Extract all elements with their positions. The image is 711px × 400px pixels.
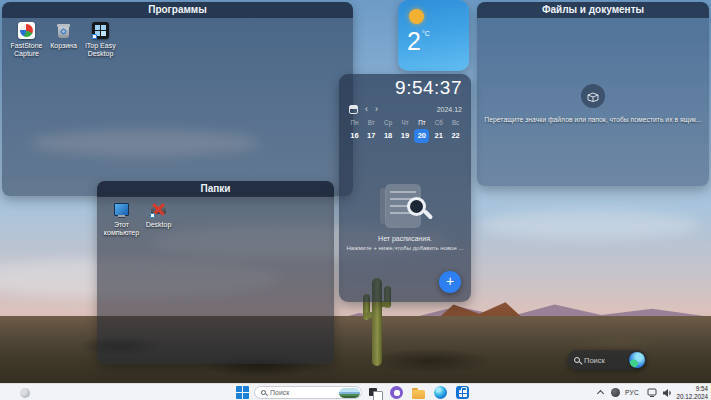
- clock-calendar-widget: 9:54:37 ‹ › 2024.12 Пн Вт Ср Чт Пт Сб Вс…: [339, 74, 471, 302]
- calendar-day-names: Пн Вт Ср Чт Пт Сб Вс: [346, 119, 464, 126]
- fence-folders-title[interactable]: Папки: [97, 181, 334, 197]
- day-name: Пн: [346, 119, 363, 126]
- calendar-date[interactable]: 17: [364, 129, 379, 143]
- fence-programs-title[interactable]: Программы: [2, 2, 353, 18]
- itop-easy-desktop-icon: [92, 22, 109, 39]
- taskbar-search-placeholder: Поиск: [270, 389, 289, 396]
- desktop-icon-desktop-broken[interactable]: Desktop: [140, 201, 177, 237]
- day-name: Вс: [447, 119, 464, 126]
- weather-widget[interactable]: 2°C: [398, 0, 469, 71]
- no-schedule-title: Нет расписания.: [339, 235, 471, 242]
- task-view-button[interactable]: [368, 386, 381, 399]
- calendar-prev-button[interactable]: ‹: [365, 105, 368, 114]
- desktop-icon-faststone-capture[interactable]: FastStone Capture: [8, 22, 45, 58]
- fence-files-documents: Файлы и документы Перетащите значки файл…: [477, 2, 709, 186]
- no-schedule-hint: Нажмите + ниже,чтобы добавить новое ...: [341, 245, 469, 251]
- day-name: Вт: [363, 119, 380, 126]
- desktop: Программы FastStone Capture Корзина iTop…: [0, 0, 711, 400]
- icon-label: Корзина: [45, 42, 82, 50]
- calendar-date[interactable]: 22: [448, 129, 463, 143]
- search-icon: [574, 357, 580, 363]
- fence-folders: Папки Этот компьютер Desktop: [97, 181, 334, 364]
- shortcut-badge-icon: [92, 34, 97, 39]
- temperature-value: 2: [407, 27, 421, 55]
- tray-app-icon[interactable]: [611, 388, 620, 397]
- drop-hint-text: Перетащите значки файлов или папок, чтоб…: [477, 116, 709, 123]
- calendar-date[interactable]: 19: [397, 129, 412, 143]
- desktop-icon-this-pc[interactable]: Этот компьютер: [103, 201, 140, 237]
- recycle-bin-icon: [55, 22, 72, 39]
- start-button[interactable]: [236, 386, 249, 399]
- calendar-date-selected[interactable]: 20: [414, 129, 429, 143]
- broken-shortcut-icon: [150, 201, 167, 218]
- digital-clock: 9:54:37: [395, 77, 462, 99]
- temperature: 2°C: [407, 27, 430, 56]
- faststone-capture-icon: [18, 22, 35, 39]
- tray-chevron-up-icon[interactable]: [597, 390, 604, 397]
- add-schedule-button[interactable]: +: [439, 271, 461, 293]
- search-icon: [261, 390, 266, 395]
- fence-files-title[interactable]: Файлы и документы: [477, 2, 709, 18]
- open-package-icon: [587, 91, 599, 102]
- day-name-today: Пт: [413, 119, 430, 126]
- computer-monitor-icon: [113, 201, 130, 218]
- chat-app-button[interactable]: [390, 386, 403, 399]
- microsoft-store-button[interactable]: [456, 386, 469, 399]
- icon-label: Этот компьютер: [103, 221, 140, 237]
- file-explorer-button[interactable]: [412, 386, 425, 399]
- calendar-date[interactable]: 21: [431, 129, 446, 143]
- day-name: Ср: [380, 119, 397, 126]
- tray-time: 9:54: [676, 385, 708, 393]
- edge-browser-button[interactable]: [434, 386, 447, 399]
- search-placeholder: Поиск: [584, 356, 605, 365]
- calendar-next-button[interactable]: ›: [375, 105, 378, 114]
- icon-label: Desktop: [140, 221, 177, 229]
- calendar-date[interactable]: 16: [347, 129, 362, 143]
- taskbar-corner-icon[interactable]: [20, 388, 30, 398]
- cloud: [480, 210, 700, 240]
- shortcut-badge-icon: [150, 213, 155, 218]
- desktop-search-widget[interactable]: Поиск: [567, 350, 647, 370]
- day-name: Чт: [397, 119, 414, 126]
- calendar-dates: 16 17 18 19 20 21 22: [346, 129, 464, 143]
- temperature-unit: °C: [422, 30, 430, 37]
- calendar-date[interactable]: 18: [381, 129, 396, 143]
- search-highlight-image[interactable]: [339, 388, 360, 398]
- icon-label: FastStone Capture: [8, 42, 45, 58]
- recycle-mark-icon: [60, 28, 67, 35]
- volume-icon[interactable]: [662, 388, 673, 398]
- taskbar-search-box[interactable]: Поиск: [254, 386, 362, 399]
- magnifier-icon: [407, 197, 426, 216]
- desktop-icon-recycle-bin[interactable]: Корзина: [45, 22, 82, 58]
- calendar-year-month: 2024.12: [437, 106, 462, 113]
- assistant-icon[interactable]: [629, 352, 645, 368]
- calendar-icon[interactable]: [349, 105, 358, 114]
- network-icon[interactable]: [647, 388, 658, 397]
- tray-clock[interactable]: 9:54 20.12.2024: [676, 385, 708, 400]
- no-schedule-illustration: [380, 184, 430, 230]
- drop-box-icon: [581, 84, 605, 108]
- language-indicator[interactable]: РУС: [625, 389, 639, 396]
- tray-date: 20.12.2024: [676, 393, 708, 400]
- sun-icon: [409, 9, 424, 24]
- desktop-icon-itop-easy-desktop[interactable]: iTop Easy Desktop: [82, 22, 119, 58]
- fence-programs: Программы FastStone Capture Корзина iTop…: [2, 2, 353, 196]
- day-name: Сб: [430, 119, 447, 126]
- taskbar: Поиск РУС 9:54 20.12.2024: [0, 383, 711, 400]
- icon-label: iTop Easy Desktop: [82, 42, 119, 58]
